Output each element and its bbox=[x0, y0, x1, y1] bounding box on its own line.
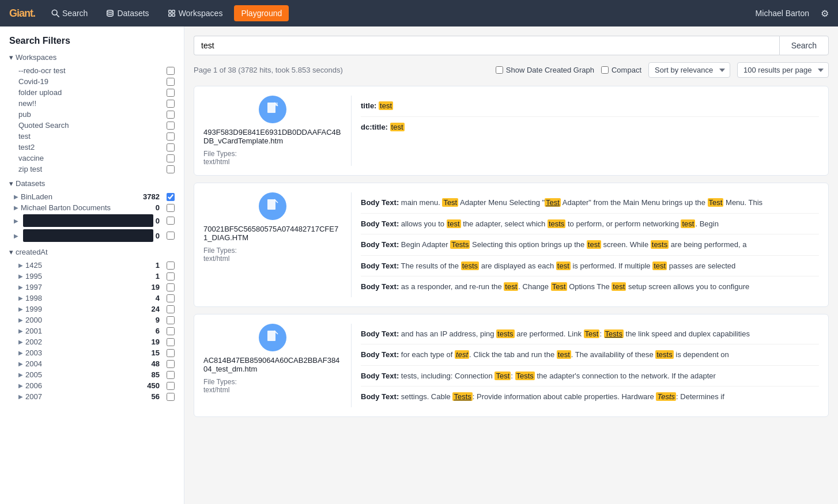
dataset-checkbox-redacted2[interactable] bbox=[167, 232, 175, 240]
createdat-section: ▾ createdAt ▶ 1425 1 ▶ 1995 1 bbox=[9, 248, 175, 402]
year-checkbox-1999[interactable] bbox=[167, 305, 175, 313]
chevron-right-icon: ▶ bbox=[14, 233, 18, 239]
dataset-item-redacted-1[interactable]: ▶ 0 bbox=[9, 213, 175, 228]
workspace-item-new[interactable]: new!! bbox=[9, 98, 175, 109]
result-card-2: 70021BF5C56580575A074482717CFE71_DIAG.HT… bbox=[194, 183, 829, 307]
year-checkbox-2005[interactable] bbox=[167, 371, 175, 379]
workspace-item-folder-upload[interactable]: folder upload bbox=[9, 87, 175, 98]
show-date-checkbox[interactable] bbox=[496, 66, 503, 74]
dataset-checkbox-binladen[interactable] bbox=[167, 193, 175, 201]
chevron-down-icon: ▾ bbox=[9, 53, 13, 62]
main-content: Search Page 1 of 38 (3782 hits, took 5.8… bbox=[184, 26, 838, 504]
year-checkbox-2000[interactable] bbox=[167, 316, 175, 324]
datasets-header[interactable]: ▾ Datasets bbox=[9, 179, 175, 188]
workspace-item-vaccine[interactable]: vaccine bbox=[9, 153, 175, 164]
year-item-2001[interactable]: ▶ 2001 6 bbox=[9, 325, 175, 336]
chevron-right-icon: ▶ bbox=[18, 339, 23, 345]
nav-datasets[interactable]: Datasets bbox=[99, 5, 156, 21]
sort-dropdown[interactable]: Sort by relevance bbox=[648, 62, 730, 78]
sidebar-title: Search Filters bbox=[9, 36, 175, 46]
result-filename-1: 493F583D9E841E6931DB0DDAAFAC4BDB_vCardTe… bbox=[203, 128, 342, 145]
result-filetypes-2: File Types:text/html bbox=[203, 247, 342, 263]
result-match-body-3d: Body Text: settings. Cable Tests: Provid… bbox=[361, 386, 819, 407]
year-checkbox-2004[interactable] bbox=[167, 360, 175, 368]
result-icon-2 bbox=[259, 192, 286, 220]
year-item-1999[interactable]: ▶ 1999 24 bbox=[9, 304, 175, 314]
compact-label[interactable]: Compact bbox=[601, 66, 641, 74]
search-input[interactable] bbox=[194, 36, 779, 55]
document-icon bbox=[266, 199, 279, 214]
nav-playground[interactable]: Playground bbox=[234, 5, 289, 21]
workspace-checkbox-vaccine[interactable] bbox=[167, 154, 175, 162]
year-item-2003[interactable]: ▶ 2003 15 bbox=[9, 347, 175, 358]
search-button[interactable]: Search bbox=[779, 36, 829, 55]
year-checkbox-2006[interactable] bbox=[167, 382, 175, 390]
results-options: Show Date Created Graph Compact Sort by … bbox=[496, 62, 829, 78]
top-nav: Giant. Search Datasets Workspaces Playgr… bbox=[0, 0, 838, 26]
workspace-item-test2[interactable]: test2 bbox=[9, 142, 175, 153]
workspace-checkbox-test[interactable] bbox=[167, 132, 175, 141]
chevron-right-icon: ▶ bbox=[18, 393, 23, 400]
svg-point-2 bbox=[107, 10, 114, 13]
dataset-item-binladen[interactable]: ▶ BinLaden 3782 bbox=[9, 191, 175, 202]
year-checkbox-1997[interactable] bbox=[167, 283, 175, 291]
workspace-checkbox-quoted-search[interactable] bbox=[167, 122, 175, 130]
workspace-item-quoted-search[interactable]: Quoted Search bbox=[9, 120, 175, 131]
result-left-2: 70021BF5C56580575A074482717CFE71_DIAG.HT… bbox=[203, 225, 342, 263]
result-right-2: Body Text: main menu. Test Adapter Menu … bbox=[351, 192, 819, 297]
year-item-2004[interactable]: ▶ 2004 48 bbox=[9, 358, 175, 369]
workspace-checkbox-redo-ocr[interactable] bbox=[167, 67, 175, 75]
nav-workspaces[interactable]: Workspaces bbox=[161, 5, 230, 21]
year-item-2005[interactable]: ▶ 2005 85 bbox=[9, 369, 175, 380]
year-checkbox-1425[interactable] bbox=[167, 262, 175, 270]
chevron-right-icon: ▶ bbox=[18, 284, 23, 290]
chevron-right-icon: ▶ bbox=[14, 204, 18, 211]
show-date-label[interactable]: Show Date Created Graph bbox=[496, 66, 594, 74]
workspace-item-pub[interactable]: pub bbox=[9, 109, 175, 120]
dataset-item-michael-barton[interactable]: ▶ Michael Barton Documents 0 bbox=[9, 202, 175, 213]
redacted-label bbox=[23, 229, 153, 242]
result-filename-2: 70021BF5C56580575A074482717CFE71_DIAG.HT… bbox=[203, 225, 342, 242]
year-item-2006[interactable]: ▶ 2006 450 bbox=[9, 380, 175, 391]
createdat-header[interactable]: ▾ createdAt bbox=[9, 248, 175, 256]
workspace-checkbox-test2[interactable] bbox=[167, 143, 175, 151]
dataset-item-redacted-2[interactable]: ▶ 0 bbox=[9, 228, 175, 243]
workspace-item-redo-ocr[interactable]: --redo-ocr test bbox=[9, 65, 175, 76]
chevron-right-icon: ▶ bbox=[18, 273, 23, 279]
year-checkbox-2003[interactable] bbox=[167, 349, 175, 357]
results-header: Page 1 of 38 (3782 hits, took 5.853 seco… bbox=[194, 62, 829, 78]
year-item-1998[interactable]: ▶ 1998 4 bbox=[9, 293, 175, 304]
dataset-checkbox-michael-barton[interactable] bbox=[167, 204, 175, 212]
workspace-checkbox-folder-upload[interactable] bbox=[167, 89, 175, 97]
year-checkbox-1995[interactable] bbox=[167, 272, 175, 281]
workspace-item-covid19[interactable]: Covid-19 bbox=[9, 76, 175, 87]
year-item-2002[interactable]: ▶ 2002 19 bbox=[9, 336, 175, 347]
compact-checkbox[interactable] bbox=[601, 66, 609, 74]
year-item-1425[interactable]: ▶ 1425 1 bbox=[9, 260, 175, 271]
result-match-body-2a: Body Text: main menu. Test Adapter Menu … bbox=[361, 192, 819, 214]
workspace-checkbox-pub[interactable] bbox=[167, 111, 175, 119]
workspace-checkbox-covid19[interactable] bbox=[167, 78, 175, 86]
per-page-dropdown[interactable]: 100 results per page bbox=[737, 62, 829, 78]
year-checkbox-2002[interactable] bbox=[167, 338, 175, 346]
dataset-checkbox-redacted1[interactable] bbox=[167, 217, 175, 225]
year-checkbox-2007[interactable] bbox=[167, 393, 175, 401]
workspace-item-test[interactable]: test bbox=[9, 131, 175, 142]
gear-icon[interactable]: ⚙ bbox=[821, 8, 829, 19]
main-layout: Search Filters ▾ Workspaces --redo-ocr t… bbox=[0, 26, 838, 504]
year-item-1997[interactable]: ▶ 1997 19 bbox=[9, 282, 175, 293]
year-item-1995[interactable]: ▶ 1995 1 bbox=[9, 271, 175, 282]
result-filename-3: AC814B47EB859064A60CAB2BBAF38404_test_dm… bbox=[203, 356, 342, 373]
redacted-label bbox=[23, 214, 153, 227]
result-filetypes-3: File Types:text/html bbox=[203, 378, 342, 394]
year-checkbox-2001[interactable] bbox=[167, 327, 175, 335]
year-item-2007[interactable]: ▶ 2007 56 bbox=[9, 391, 175, 402]
workspace-item-zip-test[interactable]: zip test bbox=[9, 164, 175, 175]
workspace-checkbox-zip-test[interactable] bbox=[167, 165, 175, 173]
workspace-checkbox-new[interactable] bbox=[167, 100, 175, 108]
chevron-right-icon: ▶ bbox=[18, 372, 23, 378]
year-item-2000[interactable]: ▶ 2000 9 bbox=[9, 314, 175, 325]
nav-search[interactable]: Search bbox=[44, 5, 95, 21]
year-checkbox-1998[interactable] bbox=[167, 294, 175, 302]
workspaces-header[interactable]: ▾ Workspaces bbox=[9, 53, 175, 62]
